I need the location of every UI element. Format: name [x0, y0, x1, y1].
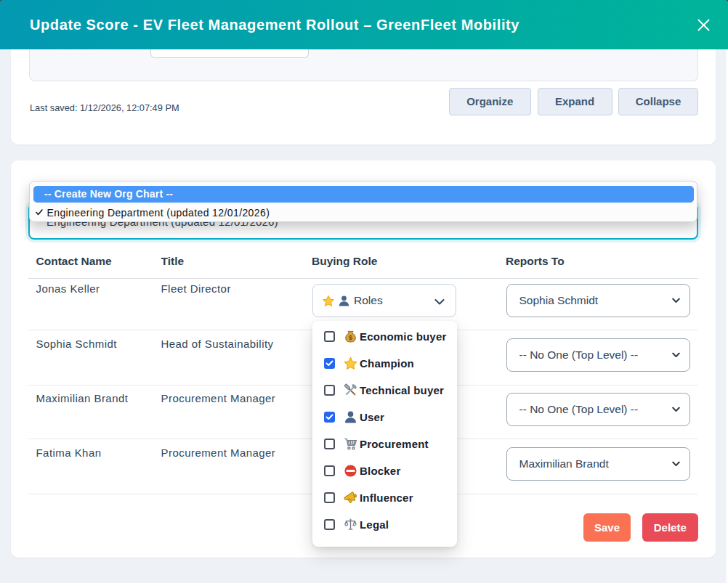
- svg-text:$: $: [349, 334, 352, 341]
